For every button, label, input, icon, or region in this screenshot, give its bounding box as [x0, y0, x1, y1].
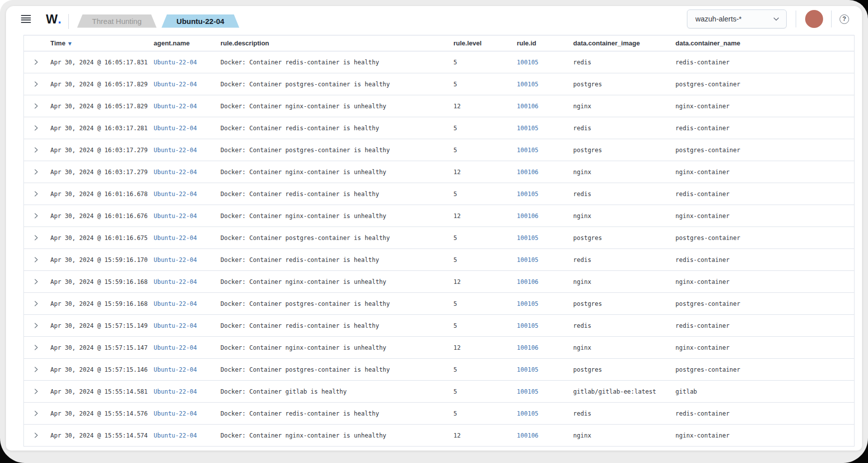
rule-id-link[interactable]: 100106: [517, 344, 538, 351]
agent-name-link[interactable]: Ubuntu-22-04: [154, 125, 197, 132]
rule-id-link[interactable]: 100105: [517, 366, 538, 373]
chevron-right-icon: [33, 344, 39, 351]
expand-row-button[interactable]: [30, 144, 42, 156]
rule-id-link[interactable]: 100105: [517, 147, 538, 154]
rule-id-link[interactable]: 100106: [517, 169, 538, 176]
expand-row-button[interactable]: [30, 408, 42, 420]
agent-name-link[interactable]: Ubuntu-22-04: [154, 191, 197, 198]
expand-row-button[interactable]: [30, 364, 42, 376]
tab-ubuntu-22-04[interactable]: Ubuntu-22-04: [162, 14, 239, 28]
cell-container-name: nginx-container: [673, 161, 854, 183]
expand-row-button[interactable]: [30, 210, 42, 222]
expand-row-button[interactable]: [30, 276, 42, 288]
cell-agent-name: Ubuntu-22-04: [151, 51, 218, 73]
agent-name-link[interactable]: Ubuntu-22-04: [154, 432, 197, 439]
rule-id-link[interactable]: 100105: [517, 322, 538, 329]
chevron-right-icon: [33, 322, 39, 329]
expand-row-button[interactable]: [30, 298, 42, 310]
agent-name-link[interactable]: Ubuntu-22-04: [154, 169, 197, 176]
expand-row-button[interactable]: [30, 320, 42, 332]
agent-name-link[interactable]: Ubuntu-22-04: [154, 366, 197, 373]
rule-id-link[interactable]: 100105: [517, 234, 538, 241]
rule-id-link[interactable]: 100105: [517, 81, 538, 88]
chevron-right-icon: [33, 432, 39, 439]
cell-container-image: nginx: [571, 337, 673, 359]
agent-name-link[interactable]: Ubuntu-22-04: [154, 300, 197, 307]
cell-time: Apr 30, 2024 @ 16:01:16.675: [48, 227, 151, 249]
agent-name-link[interactable]: Ubuntu-22-04: [154, 103, 197, 110]
rule-id-link[interactable]: 100105: [517, 300, 538, 307]
agent-name-link[interactable]: Ubuntu-22-04: [154, 81, 197, 88]
menu-icon[interactable]: [21, 15, 31, 23]
agent-name-link[interactable]: Ubuntu-22-04: [154, 344, 197, 351]
rule-id-link[interactable]: 100105: [517, 59, 538, 66]
agent-name-link[interactable]: Ubuntu-22-04: [154, 147, 197, 154]
expand-row-button[interactable]: [30, 56, 42, 68]
expand-row-button[interactable]: [30, 100, 42, 112]
agent-name-link[interactable]: Ubuntu-22-04: [154, 278, 197, 285]
agent-name-link[interactable]: Ubuntu-22-04: [154, 59, 197, 66]
cell-container-image: nginx: [571, 205, 673, 227]
agent-name-link[interactable]: Ubuntu-22-04: [154, 256, 197, 263]
cell-rule-level: 12: [451, 425, 514, 447]
expand-row-button[interactable]: [30, 386, 42, 398]
cell-rule-level: 5: [451, 381, 514, 403]
agent-name-link[interactable]: Ubuntu-22-04: [154, 234, 197, 241]
agent-name-link[interactable]: Ubuntu-22-04: [154, 388, 197, 395]
cell-container-image: redis: [571, 249, 673, 271]
cell-rule-level: 5: [451, 139, 514, 161]
expand-row-button[interactable]: [30, 430, 42, 442]
cell-agent-name: Ubuntu-22-04: [151, 161, 218, 183]
chevron-right-icon: [33, 410, 39, 417]
cell-rule-id: 100105: [514, 139, 571, 161]
rule-id-link[interactable]: 100106: [517, 103, 538, 110]
expand-row-button[interactable]: [30, 188, 42, 200]
cell-container-image: postgres: [571, 139, 673, 161]
cell-rule-description: Docker: Container nginx-container is unh…: [218, 425, 451, 447]
column-header-container-image[interactable]: data.container_image: [571, 35, 673, 51]
sort-descending-icon[interactable]: ▾: [68, 40, 71, 47]
cell-rule-description: Docker: Container nginx-container is unh…: [218, 271, 451, 293]
column-header-container-name[interactable]: data.container_name: [673, 35, 854, 51]
agent-name-link[interactable]: Ubuntu-22-04: [154, 322, 197, 329]
rule-id-link[interactable]: 100105: [517, 191, 538, 198]
index-pattern-select[interactable]: wazuh-alerts-*: [687, 9, 787, 28]
agent-name-link[interactable]: Ubuntu-22-04: [154, 213, 197, 220]
expand-row-button[interactable]: [30, 122, 42, 134]
index-pattern-value: wazuh-alerts-*: [695, 15, 742, 23]
top-navigation-bar: W. Threat Hunting Ubuntu-22-04 wazuh-ale…: [6, 6, 862, 32]
column-header-rule-id[interactable]: rule.id: [514, 35, 571, 51]
help-icon[interactable]: ?: [840, 14, 849, 24]
rule-id-link[interactable]: 100105: [517, 410, 538, 417]
rule-id-link[interactable]: 100105: [517, 125, 538, 132]
column-header-agent-name[interactable]: agent.name: [151, 35, 218, 51]
cell-agent-name: Ubuntu-22-04: [151, 95, 218, 117]
rule-id-link[interactable]: 100105: [517, 256, 538, 263]
cell-time: Apr 30, 2024 @ 15:59:16.168: [48, 293, 151, 315]
rule-id-link[interactable]: 100106: [517, 213, 538, 220]
cell-time: Apr 30, 2024 @ 16:03:17.281: [48, 117, 151, 139]
rule-id-link[interactable]: 100105: [517, 388, 538, 395]
expand-row-button[interactable]: [30, 232, 42, 244]
cell-rule-level: 12: [451, 337, 514, 359]
wazuh-logo[interactable]: W.: [46, 12, 61, 26]
column-header-rule-level[interactable]: rule.level: [451, 35, 514, 51]
expand-row-button[interactable]: [30, 78, 42, 90]
table-header-row: Time▾ agent.name rule.description rule.l…: [24, 35, 854, 51]
cell-container-name: nginx-container: [673, 205, 854, 227]
rule-id-link[interactable]: 100106: [517, 432, 538, 439]
rule-id-link[interactable]: 100106: [517, 278, 538, 285]
tab-threat-hunting[interactable]: Threat Hunting: [77, 14, 157, 28]
user-avatar[interactable]: [805, 10, 823, 28]
expand-row-button[interactable]: [30, 254, 42, 266]
column-header-time[interactable]: Time▾: [48, 35, 151, 51]
cell-agent-name: Ubuntu-22-04: [151, 315, 218, 337]
cell-rule-description: Docker: Container redis-container is hea…: [218, 403, 451, 425]
cell-rule-id: 100106: [514, 271, 571, 293]
expand-row-button[interactable]: [30, 166, 42, 178]
column-header-rule-description[interactable]: rule.description: [218, 35, 451, 51]
expand-row-button[interactable]: [30, 342, 42, 354]
agent-name-link[interactable]: Ubuntu-22-04: [154, 410, 197, 417]
cell-agent-name: Ubuntu-22-04: [151, 183, 218, 205]
cell-rule-level: 5: [451, 183, 514, 205]
